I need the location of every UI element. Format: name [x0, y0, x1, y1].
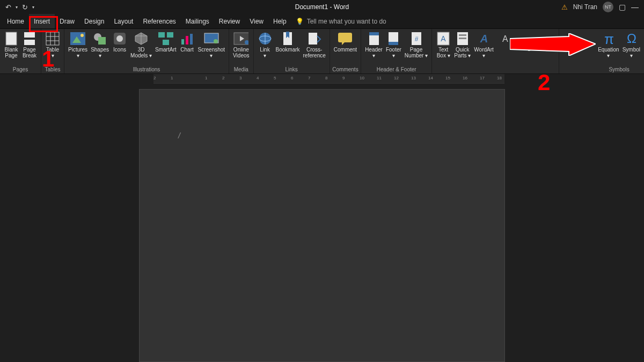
screenshot-icon [204, 31, 219, 46]
cross-reference-button[interactable]: Cross- reference [302, 30, 327, 66]
svg-text:#: # [414, 35, 418, 43]
screenshot-button[interactable]: Screenshot ▾ [196, 30, 227, 66]
document-workspace: / [0, 84, 644, 362]
3d-models-button[interactable]: 3D Models ▾ [129, 30, 153, 66]
minimize-button[interactable]: — [631, 3, 639, 11]
group-comments: Comment Comments [330, 29, 361, 73]
group-text: AText Box ▾ Quick Parts ▾ AWordArt ▾ A ✎… [432, 29, 559, 73]
bookmark-button[interactable]: Bookmark [274, 30, 302, 66]
wordart-button[interactable]: AWordArt ▾ [472, 30, 495, 66]
qat-dropdown[interactable]: ▾ [16, 5, 18, 10]
avatar[interactable]: NT [603, 2, 613, 12]
tab-mailings[interactable]: Mailings [181, 14, 214, 28]
page-break-button[interactable]: Page Break [20, 30, 39, 66]
pi-icon: π [601, 31, 616, 46]
tab-references[interactable]: References [138, 14, 180, 28]
user-name[interactable]: Nhi Tran [573, 3, 597, 11]
equation-button[interactable]: πEquation ▾ [596, 30, 620, 66]
comment-button[interactable]: Comment [332, 30, 358, 66]
icons-icon [112, 31, 127, 46]
ribbon-display-options[interactable]: ▢ [619, 3, 626, 11]
page-break-icon [22, 31, 37, 46]
pictures-button[interactable]: Pictures ▾ [67, 30, 89, 66]
chart-button[interactable]: Chart [178, 30, 196, 66]
svg-text:A: A [479, 33, 487, 45]
cube-icon [134, 31, 149, 46]
undo-button[interactable]: ↶ [5, 3, 11, 11]
svg-rect-0 [6, 32, 17, 45]
quick-parts-button[interactable]: Quick Parts ▾ [452, 30, 472, 66]
svg-point-10 [80, 34, 84, 37]
footer-icon [386, 31, 401, 46]
header-icon [367, 31, 382, 46]
online-videos-button[interactable]: Online Videos [231, 30, 251, 66]
signature-line-button[interactable]: ✎ Signature Li [514, 30, 557, 66]
drop-cap-button[interactable]: A [495, 30, 514, 66]
warning-icon[interactable]: ⚠ [561, 3, 568, 11]
ribbon-tabs: Home Insert Draw Design Layout Reference… [0, 14, 644, 29]
shapes-button[interactable]: Shapes ▾ [89, 30, 111, 66]
shapes-icon [92, 31, 107, 46]
group-header-footer: Header ▾ Footer ▾ #Page Number ▾ Header … [361, 29, 432, 73]
svg-rect-3 [46, 32, 59, 45]
tab-design[interactable]: Design [79, 14, 109, 28]
quick-parts-icon [455, 31, 470, 46]
pictures-icon [70, 31, 85, 46]
svg-rect-12 [98, 37, 106, 45]
redo-button[interactable]: ↻ [22, 3, 28, 11]
chart-icon [180, 31, 195, 46]
page-number-button[interactable]: #Page Number ▾ [403, 30, 429, 66]
wordart-icon: A [477, 31, 492, 46]
group-links: Link ▾ Bookmark Cross- reference Links [254, 29, 330, 73]
svg-rect-46 [459, 34, 466, 36]
svg-rect-35 [338, 33, 352, 42]
text-cursor: / [178, 131, 180, 140]
annotation-step-1: 1 [42, 46, 54, 72]
svg-text:π: π [604, 31, 614, 46]
ribbon: Blank Page Page Break Pages Table ▾ Tabl… [0, 29, 644, 74]
svg-text:Ω: Ω [627, 31, 636, 46]
video-icon [233, 31, 248, 46]
footer-button[interactable]: Footer ▾ [384, 30, 403, 66]
tab-review[interactable]: Review [214, 14, 245, 28]
smartart-icon [158, 31, 173, 46]
signature-icon: ✎ [515, 45, 521, 52]
icons-button[interactable]: Icons [111, 30, 129, 66]
tab-insert[interactable]: Insert [29, 14, 55, 28]
document-page[interactable]: / [139, 89, 505, 362]
header-button[interactable]: Header ▾ [363, 30, 384, 66]
link-icon [258, 31, 273, 46]
qat-customize[interactable]: ▾ [32, 5, 34, 10]
tell-me-placeholder: Tell me what you want to do [307, 18, 386, 25]
omega-icon: Ω [624, 31, 639, 46]
tab-draw[interactable]: Draw [55, 14, 79, 28]
svg-rect-20 [163, 40, 169, 45]
comment-icon [338, 31, 353, 46]
text-box-icon: A [436, 31, 451, 46]
blank-page-icon [4, 31, 19, 46]
tab-home[interactable]: Home [2, 14, 29, 28]
svg-text:A: A [441, 34, 447, 43]
svg-marker-36 [342, 42, 345, 45]
tab-view[interactable]: View [245, 14, 268, 28]
tab-layout[interactable]: Layout [109, 14, 138, 28]
blank-page-button[interactable]: Blank Page [2, 30, 20, 66]
horizontal-ruler[interactable]: 21123456789101112131415161718 [153, 74, 504, 84]
table-icon [45, 31, 60, 46]
svg-rect-22 [186, 36, 188, 45]
svg-rect-21 [181, 39, 184, 45]
link-button[interactable]: Link ▾ [256, 30, 274, 66]
text-box-button[interactable]: AText Box ▾ [434, 30, 452, 66]
smartart-button[interactable]: SmartArt [153, 30, 178, 66]
title-bar: ↶ ▾ ↻ ▾ Document1 - Word ⚠ Nhi Tran NT ▢… [0, 0, 644, 14]
annotation-step-2: 2 [538, 70, 550, 95]
tell-me-search[interactable]: 💡 Tell me what you want to do [296, 18, 386, 25]
svg-rect-34 [309, 33, 317, 45]
tab-help[interactable]: Help [268, 14, 291, 28]
drop-cap-icon: A [497, 31, 512, 46]
group-symbols: πEquation ▾ ΩSymbol ▾ Symbols [594, 29, 644, 73]
svg-point-14 [116, 35, 123, 42]
symbol-button[interactable]: ΩSymbol ▾ [621, 30, 642, 66]
svg-rect-38 [369, 32, 379, 35]
svg-rect-19 [167, 32, 173, 38]
